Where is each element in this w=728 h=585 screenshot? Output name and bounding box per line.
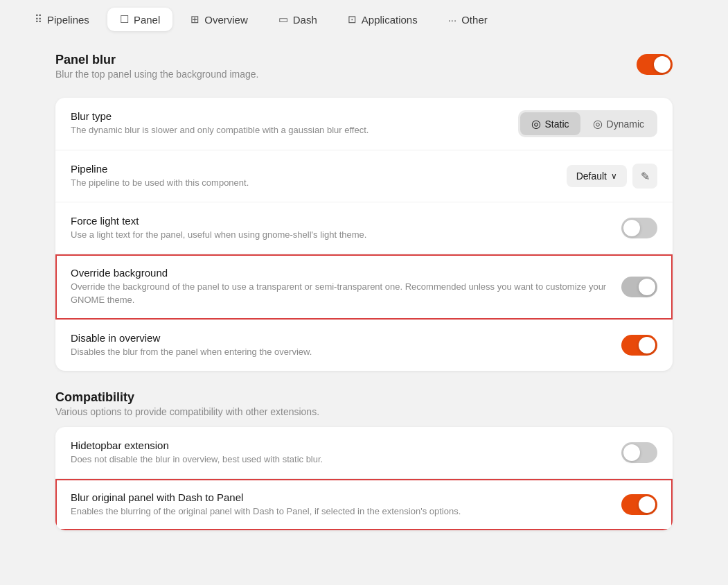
compatibility-title: Compatibility [55,390,673,405]
nav-panel-label: Panel [134,14,160,26]
blur-type-row: Blur type The dynamic blur is slower and… [55,98,673,150]
nav-overview[interactable]: ⊞ Overview [178,8,260,31]
blur-original-panel-row: Blur original panel with Dash to Panel E… [55,479,673,530]
override-background-toggle-track [621,277,657,297]
panel-blur-title: Panel blur [55,53,258,67]
blur-original-panel-sublabel: Enables the blurring of the original pan… [71,505,607,518]
nav-overview-label: Overview [204,14,248,26]
overview-icon: ⊞ [190,13,199,26]
compatibility-settings-card: Hidetopbar extension Does not disable th… [55,427,673,530]
pipeline-edit-icon: ✎ [641,170,650,183]
force-light-text-toggle[interactable] [621,218,657,238]
nav-applications-label: Applications [362,14,418,26]
force-light-text-toggle-track [621,218,657,238]
panel-blur-desc: Blur the top panel using the background … [55,69,258,80]
override-background-toggle[interactable] [621,277,657,297]
blur-type-selector: ◎ Static ◎ Dynamic [518,110,657,137]
pipeline-select-value: Default [576,171,607,182]
other-icon: ··· [448,14,457,26]
nav-dash[interactable]: ▭ Dash [266,8,330,31]
pipeline-row: Pipeline The pipeline to be used with th… [55,150,673,202]
disable-in-overview-toggle-thumb [639,337,655,353]
pipelines-icon: ⠿ [35,13,42,26]
blur-original-panel-toggle[interactable] [621,494,657,515]
panel-blur-toggle-thumb [654,56,671,73]
hidetopbar-toggle-track [621,442,657,463]
compatibility-section: Compatibility Various options to provide… [55,390,673,530]
applications-icon: ⊡ [348,13,357,26]
pipeline-sublabel: The pipeline to be used with this compon… [71,177,553,189]
override-background-row: Override background Override the backgro… [55,254,673,319]
force-light-text-text: Force light text Use a light text for th… [71,215,621,241]
nav-other[interactable]: ··· Other [436,8,500,31]
pipeline-control: Default ∨ ✎ [567,164,657,189]
nav-panel[interactable]: ☐ Panel [107,8,172,31]
override-background-label: Override background [71,267,607,279]
dash-icon: ▭ [278,13,288,26]
blur-original-panel-toggle-thumb [639,496,655,513]
panel-blur-settings-card: Blur type The dynamic blur is slower and… [55,98,673,371]
disable-in-overview-row: Disable in overview Disables the blur fr… [55,320,673,371]
disable-in-overview-text: Disable in overview Disables the blur fr… [71,332,621,358]
force-light-text-row: Force light text Use a light text for th… [55,202,673,254]
dynamic-blur-icon: ◎ [593,117,603,130]
compatibility-header: Compatibility Various options to provide… [55,390,673,417]
hidetopbar-text: Hidetopbar extension Does not disable th… [71,439,621,466]
disable-in-overview-sublabel: Disables the blur from the panel when en… [71,346,607,358]
force-light-text-toggle-thumb [623,220,640,236]
blur-type-text: Blur type The dynamic blur is slower and… [71,110,518,137]
panel-blur-header: Panel blur Blur the top panel using the … [55,53,258,89]
hidetopbar-toggle-thumb [623,444,640,461]
override-background-sublabel: Override the background of the panel to … [71,281,607,306]
blur-type-sublabel: The dynamic blur is slower and only comp… [71,124,504,137]
hidetopbar-toggle[interactable] [621,442,657,463]
blur-original-panel-toggle-track [621,494,657,515]
blur-type-label: Blur type [71,110,504,122]
static-blur-icon: ◎ [531,117,541,130]
disable-in-overview-label: Disable in overview [71,332,607,344]
nav-dash-label: Dash [293,14,317,26]
disable-in-overview-toggle-track [621,335,657,356]
panel-icon: ☐ [120,13,129,26]
panel-blur-section: Panel blur Blur the top panel using the … [55,53,673,371]
pipeline-chevron-icon: ∨ [611,171,617,181]
panel-blur-toggle-track [637,54,673,75]
force-light-text-label: Force light text [71,215,607,227]
blur-original-panel-label: Blur original panel with Dash to Panel [71,491,607,503]
panel-blur-toggle[interactable] [637,54,673,75]
override-background-toggle-thumb [639,279,655,295]
override-background-text: Override background Override the backgro… [71,267,621,306]
pipeline-label: Pipeline [71,163,553,175]
hidetopbar-label: Hidetopbar extension [71,439,607,451]
nav-bar: ⠿ Pipelines ☐ Panel ⊞ Overview ▭ Dash ⊡ … [0,0,728,39]
nav-pipelines[interactable]: ⠿ Pipelines [22,8,102,31]
disable-in-overview-toggle[interactable] [621,335,657,356]
blur-type-static-label: Static [545,119,569,130]
pipeline-edit-btn[interactable]: ✎ [632,164,657,189]
pipeline-select-btn[interactable]: Default ∨ [567,165,627,187]
nav-pipelines-label: Pipelines [47,14,89,26]
force-light-text-sublabel: Use a light text for the panel, useful w… [71,229,607,241]
hidetopbar-sublabel: Does not disable the blur in overview, b… [71,453,607,466]
nav-applications[interactable]: ⊡ Applications [335,8,430,31]
hidetopbar-row: Hidetopbar extension Does not disable th… [55,427,673,479]
main-content: Panel blur Blur the top panel using the … [0,39,728,577]
blur-type-dynamic-label: Dynamic [607,119,644,130]
blur-type-dynamic-btn[interactable]: ◎ Dynamic [582,112,655,135]
blur-type-static-btn[interactable]: ◎ Static [520,112,580,135]
nav-other-label: Other [461,14,488,26]
pipeline-text: Pipeline The pipeline to be used with th… [71,163,567,189]
compatibility-desc: Various options to provide compatibility… [55,406,673,417]
blur-original-panel-text: Blur original panel with Dash to Panel E… [71,491,621,518]
